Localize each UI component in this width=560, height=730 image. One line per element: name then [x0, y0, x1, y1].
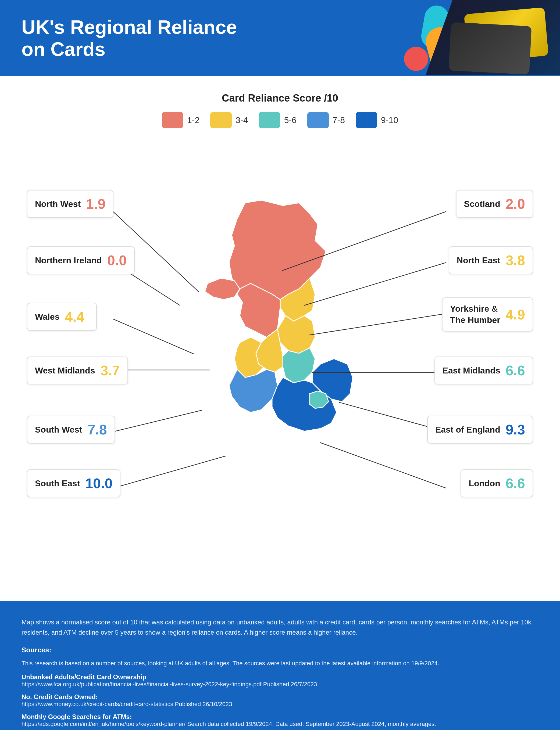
south-west-name: South West: [35, 425, 82, 435]
scotland-score: 2.0: [506, 196, 525, 212]
northern-ireland-score: 0.0: [107, 252, 127, 269]
legend-label-9-10: 9-10: [381, 115, 398, 125]
footer-sources-intro: This research is based on a number of so…: [22, 658, 538, 668]
north-west-name: North West: [35, 199, 81, 209]
east-of-england-name: East of England: [435, 425, 500, 435]
legend-label-3-4: 3-4: [236, 115, 248, 125]
northern-ireland-name: Northern Ireland: [35, 256, 102, 266]
footer: Map shows a normalised score out of 10 t…: [0, 601, 560, 730]
legend-color-3-4: [210, 112, 232, 128]
north-west-score: 1.9: [86, 196, 105, 212]
header-decorations: [372, 0, 560, 76]
region-label-scotland: Scotland 2.0: [456, 190, 533, 218]
region-label-east-midlands: East Midlands 6.6: [434, 357, 533, 384]
footer-source2-label: No. Credit Cards Owned:: [22, 693, 98, 700]
legend-item-5-6: 5-6: [259, 112, 296, 128]
legend-color-9-10: [356, 112, 377, 128]
region-label-south-west: South West 7.8: [27, 416, 115, 443]
legend-item-3-4: 3-4: [210, 112, 248, 128]
footer-source-2: No. Credit Cards Owned: https://www.mone…: [22, 693, 538, 708]
credit-cards-image: [439, 8, 552, 75]
legend-item-7-8: 7-8: [307, 112, 345, 128]
legend-item-1-2: 1-2: [162, 112, 199, 128]
dark-card: [448, 22, 532, 74]
uk-map: [159, 198, 401, 521]
footer-disclaimer: Map shows a normalised score out of 10 t…: [22, 617, 538, 638]
east-midlands-name: East Midlands: [443, 366, 500, 375]
wales-name: Wales: [35, 312, 59, 322]
region-label-yorkshire: Yorkshire &The Humber 4.9: [442, 298, 533, 332]
london-score: 6.6: [506, 475, 525, 491]
legend-color-1-2: [162, 112, 183, 128]
west-midlands-name: West Midlands: [35, 366, 95, 375]
footer-source-1: Unbanked Adults/Credit Card Ownership ht…: [22, 673, 538, 688]
east-midlands-score: 6.6: [506, 363, 525, 378]
region-label-london: London 6.6: [461, 469, 533, 497]
south-west-score: 7.8: [87, 421, 107, 438]
region-label-northern-ireland: Northern Ireland 0.0: [27, 246, 135, 274]
legend-label-1-2: 1-2: [187, 115, 199, 125]
legend-label-5-6: 5-6: [284, 115, 296, 125]
red-circle-decoration: [404, 47, 428, 71]
legend-color-7-8: [307, 112, 329, 128]
london-name: London: [469, 478, 500, 488]
footer-source3-link: https://ads.google.com/intl/en_uk/home/t…: [22, 721, 436, 727]
legend-item-9-10: 9-10: [356, 112, 398, 128]
region-label-west-midlands: West Midlands 3.7: [27, 357, 128, 384]
footer-sources-title: Sources:: [22, 646, 538, 654]
legend-section: Card Reliance Score /10 1-2 3-4 5-6 7-8 …: [22, 92, 538, 128]
legend-label-7-8: 7-8: [333, 115, 345, 125]
legend-items: 1-2 3-4 5-6 7-8 9-10: [22, 112, 538, 128]
yorkshire-name: Yorkshire &The Humber: [450, 303, 500, 326]
north-east-score: 3.8: [506, 252, 525, 269]
footer-source1-label: Unbanked Adults/Credit Card Ownership: [22, 673, 147, 681]
scotland-name: Scotland: [464, 199, 500, 209]
page-header: UK's Regional Reliance on Cards: [0, 0, 560, 76]
region-label-south-east: South East 10.0: [27, 469, 120, 497]
south-east-score: 10.0: [85, 475, 112, 491]
footer-sources-section: Sources: This research is based on a num…: [22, 646, 538, 668]
region-label-north-west: North West 1.9: [27, 190, 113, 218]
wales-score: 4.4: [65, 309, 84, 325]
west-midlands-score: 3.7: [100, 363, 120, 378]
footer-source2-link: https://www.money.co.uk/credit-cards/cre…: [22, 701, 232, 707]
legend-title: Card Reliance Score /10: [22, 92, 538, 104]
footer-source-3: Monthly Google Searches for ATMs: https:…: [22, 713, 538, 728]
east-of-england-score: 9.3: [506, 421, 525, 438]
page-title: UK's Regional Reliance on Cards: [22, 16, 263, 60]
map-section: North West 1.9 Northern Ireland 0.0 Wale…: [22, 144, 538, 574]
region-label-east-of-england: East of England 9.3: [427, 416, 533, 443]
south-east-name: South East: [35, 478, 80, 488]
region-label-north-east: North East 3.8: [449, 246, 533, 274]
map-container: North West 1.9 Northern Ireland 0.0 Wale…: [22, 147, 538, 571]
legend-color-5-6: [259, 112, 280, 128]
yorkshire-score: 4.9: [506, 307, 525, 323]
north-east-name: North East: [457, 256, 500, 266]
region-label-wales: Wales 4.4: [27, 303, 97, 331]
main-content: Card Reliance Score /10 1-2 3-4 5-6 7-8 …: [0, 76, 560, 590]
footer-source1-link: https://www.fca.org.uk/publication/finan…: [22, 681, 317, 688]
footer-source3-label: Monthly Google Searches for ATMs:: [22, 713, 132, 720]
